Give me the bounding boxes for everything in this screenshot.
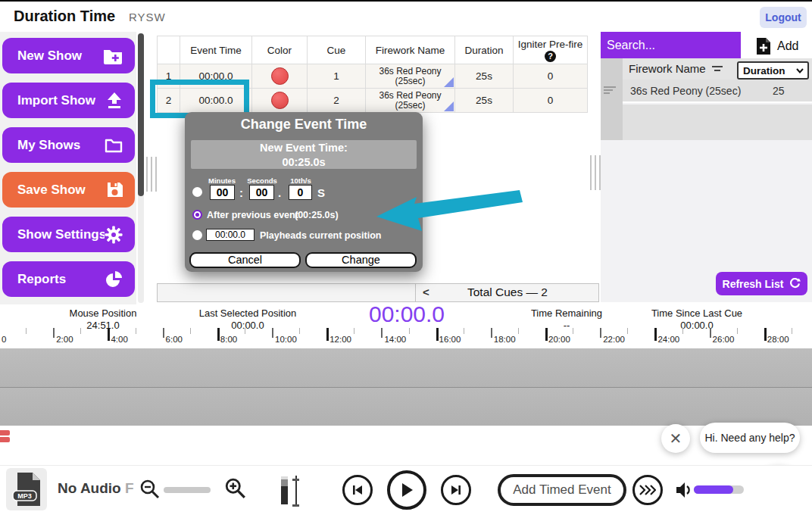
upload-icon [106, 92, 123, 109]
dialog-title: Change Event Time [185, 117, 423, 133]
panel-resize-handle-right[interactable] [590, 155, 601, 190]
timeline-tick-label: 2:00 [56, 335, 73, 344]
folder-plus-icon [103, 48, 123, 64]
vertical-zoom-slider[interactable] [292, 476, 299, 505]
manual-time-radio[interactable] [192, 187, 202, 197]
firework-list-gutter [601, 58, 623, 140]
chat-tooltip[interactable]: Hi. Need any help? [700, 423, 800, 453]
cue-table-header-row: Event Time Color Cue Firework Name Durat… [158, 36, 588, 64]
timeline-tick-label: 10:00 [275, 335, 297, 344]
firework-name-cell[interactable]: 36s Red Peony(25sec) [366, 89, 455, 113]
new-event-time-display: New Event Time:00:25.0s [191, 140, 417, 169]
panel-resize-handle-left[interactable] [146, 157, 157, 192]
refresh-icon [789, 278, 801, 289]
skip-back-icon [351, 484, 364, 496]
play-icon [400, 482, 414, 498]
logout-button[interactable]: Logout [760, 7, 807, 28]
svg-text:MP3: MP3 [17, 492, 32, 500]
tenths-input[interactable] [289, 185, 312, 200]
sidebar-scrollbar-thumb[interactable] [138, 33, 144, 196]
timeline-tick-label: 18:00 [494, 335, 516, 344]
after-previous-event-radio[interactable] [192, 210, 202, 220]
timeline-tick-label: 8:00 [220, 335, 237, 344]
timeline-tick-label: 22:00 [603, 335, 625, 344]
firework-name-sort-header[interactable]: Firework Name [629, 62, 723, 75]
total-cues-label: Total Cues — 2 [416, 286, 599, 299]
save-icon [107, 182, 123, 198]
skip-to-end-button[interactable] [441, 475, 471, 505]
show-settings-button[interactable]: Show Settings [2, 217, 135, 252]
cue-color-dot[interactable] [271, 92, 289, 109]
search-input[interactable] [601, 32, 741, 58]
col-event-time[interactable]: Event Time [180, 36, 252, 64]
timeline-tick-label: 12:00 [329, 335, 351, 344]
col-color[interactable]: Color [252, 36, 308, 64]
cell-corner-marker [444, 101, 454, 111]
timeline-tick-label: 0 [2, 335, 6, 344]
timeline-tick-label: 24:00 [657, 335, 679, 344]
change-button[interactable]: Change [305, 252, 417, 268]
cue-color-dot[interactable] [271, 67, 289, 85]
timeline-tick-label: 14:00 [384, 335, 406, 344]
timeline-track-lower[interactable] [0, 388, 812, 426]
firework-list-item[interactable]: 36s Red Peony (25sec) 25 [623, 80, 812, 103]
gear-icon [105, 226, 123, 244]
cancel-button[interactable]: Cancel [189, 252, 301, 268]
col-firework-name[interactable]: Firework Name [366, 36, 455, 64]
timeline-tick-label: 16:00 [439, 335, 461, 344]
volume-slider-fill [694, 485, 733, 494]
minutes-input[interactable] [210, 185, 235, 200]
col-cue[interactable]: Cue [308, 36, 366, 64]
timeline-tick-label: 4:00 [111, 335, 127, 344]
change-event-time-dialog: Change Event Time New Event Time:00:25.0… [185, 112, 423, 272]
new-show-button[interactable]: New Show [2, 38, 135, 73]
cell-corner-marker [444, 77, 454, 87]
timeline-ruler[interactable]: 02:004:006:008:0010:0012:0014:0016:0018:… [0, 328, 812, 348]
save-show-button[interactable]: Save Show [2, 172, 135, 208]
zoom-in-icon[interactable] [224, 477, 247, 500]
playhead-position-input[interactable] [206, 229, 255, 241]
playhead-position-radio[interactable] [192, 230, 202, 240]
help-icon[interactable]: ? [545, 51, 556, 62]
firework-list-empty-area [623, 105, 812, 140]
fast-forward-button[interactable] [632, 475, 663, 505]
close-icon: ✕ [670, 430, 682, 447]
timeline-track-upper[interactable] [0, 348, 812, 387]
import-show-button[interactable]: Import Show [2, 83, 135, 118]
my-shows-button[interactable]: My Shows [2, 127, 135, 163]
chat-tooltip-close-button[interactable]: ✕ [661, 424, 690, 453]
audio-file-label: No Audio F [58, 480, 134, 497]
col-duration[interactable]: Duration [455, 36, 514, 64]
mp3-file-icon[interactable]: MP3 [6, 468, 47, 510]
track-marker-red [0, 437, 10, 442]
folder-icon [105, 138, 123, 153]
chevron-down-icon [796, 68, 804, 73]
refresh-list-button[interactable]: Refresh List [716, 272, 807, 295]
reports-button[interactable]: Reports [2, 261, 135, 297]
page-title: Duration Time [14, 8, 115, 25]
sort-icon [712, 65, 723, 73]
add-timed-event-button[interactable]: Add Timed Event [498, 474, 626, 506]
firework-name-cell[interactable]: 36s Red Peony(25sec) [366, 64, 455, 89]
timeline-tick-label: 28:00 [767, 335, 789, 344]
sort-by-select[interactable]: Duration [737, 61, 809, 80]
vertical-zoom-level[interactable] [281, 476, 288, 504]
play-button[interactable] [387, 470, 426, 510]
color-cell[interactable] [252, 89, 308, 113]
current-time-display: 00:00.0 [331, 301, 483, 327]
skip-to-start-button[interactable] [342, 475, 373, 505]
file-plus-icon [756, 37, 771, 55]
zoom-slider[interactable] [164, 487, 211, 493]
seconds-input[interactable] [249, 185, 274, 200]
timeline-tick-label: 20:00 [548, 335, 570, 344]
pie-chart-icon [105, 270, 123, 289]
brand-text: RYSW [129, 11, 166, 23]
volume-icon[interactable] [675, 480, 693, 500]
skip-forward-icon [450, 484, 462, 496]
col-igniter-prefire[interactable]: Igniter Pre-fire ? [514, 36, 588, 64]
zoom-out-icon[interactable] [139, 479, 161, 500]
drag-handle-icon[interactable] [604, 86, 616, 95]
add-firework-button[interactable]: Add [756, 36, 806, 56]
fast-forward-icon [639, 485, 656, 495]
color-cell[interactable] [252, 64, 308, 89]
